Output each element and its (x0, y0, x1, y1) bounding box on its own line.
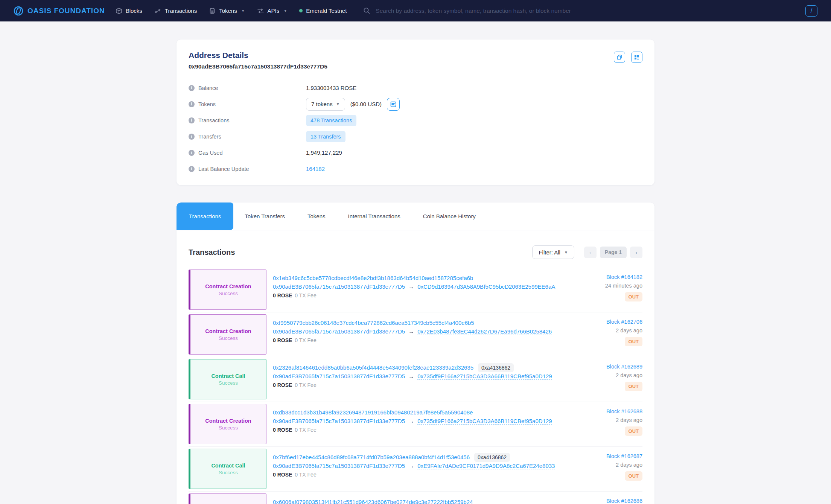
arrow-right-icon: → (408, 283, 414, 290)
tx-to-link[interactable]: 0x735df9F166a2715bCA3D3A66B119CBef95a0D1… (417, 418, 552, 425)
detail-label: Transfers (198, 134, 221, 140)
nav-label: Tokens (219, 8, 237, 14)
search-input[interactable] (376, 8, 800, 14)
tx-block-link[interactable]: Block #162687 (606, 453, 642, 462)
tx-hash-link[interactable]: 0x7bf6ed17ebe4454c86d89fc68a7714fd07b59a… (273, 454, 470, 460)
tx-hash-link[interactable]: 0x1eb349c6c5cbe5778cdbecdf46e8e2bdf3b186… (273, 275, 473, 281)
tx-direction-badge: OUT (625, 471, 642, 481)
tx-timestamp: 2 days ago (582, 462, 642, 471)
tx-timestamp: 2 days ago (582, 417, 642, 426)
tx-from-link[interactable]: 0x90adE3B7065fa715c7a150313877dF1d33e777… (273, 463, 405, 469)
info-icon[interactable]: i (189, 101, 195, 107)
top-navbar: OASIS FOUNDATION Blocks Transactions (0, 0, 831, 21)
tx-to-link[interactable]: 0x735df9F166a2715bCA3D3A66B119CBef95a0D1… (417, 373, 552, 380)
nav-label: Transactions (165, 8, 197, 14)
transaction-row: Contract Creation Success 0x1eb349c6c5cb… (189, 268, 642, 312)
tx-details: 0x1eb349c6c5cbe5778cdbecdf46e8e2bdf3b186… (273, 270, 576, 310)
tx-fee: 0 TX Fee (295, 427, 316, 433)
detail-label: Balance (198, 85, 218, 91)
tx-to-link[interactable]: 0xCD9d163947d3A58A9Bf5C95bcD2063E2599EE6… (417, 283, 555, 290)
nav-item-blocks[interactable]: Blocks (116, 8, 142, 14)
copy-address-button[interactable] (614, 52, 625, 63)
tx-method-tag: 0xa4136862 (478, 363, 514, 372)
tab-bar: Transactions Token Transfers Tokens Inte… (177, 203, 654, 230)
address-details-card: Address Details 0x90adE3B7065fa715c7a150… (177, 40, 654, 185)
tab-token-transfers[interactable]: Token Transfers (233, 203, 296, 230)
tx-hash-link[interactable]: 0x2326af8146461edd85a0bb6a505f4d4448e543… (273, 364, 473, 371)
tx-timestamp: 24 minutes ago (582, 283, 642, 291)
tokens-dropdown[interactable]: 7 tokens ▼ (306, 98, 345, 111)
tx-method-tag: 0xa4136862 (474, 453, 510, 462)
tx-timestamp: 2 days ago (582, 327, 642, 336)
tab-coin-balance-history[interactable]: Coin Balance History (412, 203, 487, 230)
transaction-row: Contract Creation Success 0xdb33dcc1d3b3… (189, 402, 642, 446)
detail-label: Tokens (198, 101, 216, 107)
tx-details: 0xdb33dcc1d3b31b498fa9232694871919166bfa… (273, 404, 576, 444)
search-icon (363, 7, 370, 14)
info-icon[interactable]: i (189, 85, 195, 91)
tx-from-link[interactable]: 0x90adE3B7065fa715c7a150313877dF1d33e777… (273, 418, 405, 424)
tx-to-link[interactable]: 0x72E03b487fe3EC44d2627D67Ea96d766B02584… (417, 328, 552, 335)
tx-to-link[interactable]: 0xE9FAfe7dADe9CF0171d9A9D9A8c2Ca67E24e80… (417, 463, 555, 469)
green-dot-icon (299, 9, 303, 12)
tx-direction-badge: OUT (625, 337, 642, 346)
tx-fee: 0 TX Fee (295, 337, 316, 343)
nav-item-network[interactable]: Emerald Testnet (299, 8, 347, 14)
tx-block-link[interactable]: Block #164182 (606, 274, 642, 283)
tx-block-link[interactable]: Block #162688 (606, 408, 642, 417)
filter-dropdown[interactable]: Filter: All ▼ (532, 245, 574, 259)
tx-block-link[interactable]: Block #162706 (606, 319, 642, 327)
tab-transactions[interactable]: Transactions (177, 203, 233, 230)
tx-type-label: Contract Creation (205, 418, 251, 424)
detail-label: Transactions (198, 117, 229, 123)
wallet-icon (390, 101, 397, 108)
transactions-list: Contract Creation Success 0x1eb349c6c5cb… (189, 268, 642, 504)
tx-fee: 0 TX Fee (295, 382, 316, 388)
coin-stack-icon (209, 8, 216, 14)
brand-logo-link[interactable]: OASIS FOUNDATION (14, 6, 105, 16)
tab-internal-transactions[interactable]: Internal Transactions (337, 203, 412, 230)
info-icon[interactable]: i (189, 117, 195, 123)
next-page-button[interactable]: › (630, 247, 642, 258)
tx-block-link[interactable]: Block #162689 (606, 364, 642, 372)
tx-status-badge: Contract Creation Success (189, 270, 266, 310)
pagination: ‹ Page 1 › (584, 247, 642, 258)
tx-hash-link[interactable]: 0xdb33dcc1d3b31b498fa9232694871919166bfa… (273, 409, 473, 416)
detail-label: Gas Used (198, 150, 222, 156)
tx-value: 0 ROSE (273, 427, 292, 433)
nav-item-apis[interactable]: APIs ▼ (257, 8, 288, 14)
tx-status-label: Success (219, 380, 238, 386)
info-icon[interactable]: i (189, 166, 195, 172)
tx-hash-link[interactable]: 0x6006af079803513f41fb21c551d96423d6067b… (273, 499, 473, 504)
tx-from-link[interactable]: 0x90adE3B7065fa715c7a150313877dF1d33e777… (273, 283, 405, 290)
detail-row-transfers: i Transfers 13 Transfers (189, 128, 642, 145)
transfers-count-badge[interactable]: 13 Transfers (306, 131, 345, 142)
tokens-usd-value: ($0.00 USD) (350, 101, 382, 107)
info-icon[interactable]: i (189, 150, 195, 156)
prev-page-button[interactable]: ‹ (584, 247, 597, 258)
tx-fee: 0 TX Fee (295, 472, 316, 478)
sliders-icon (257, 8, 264, 14)
tx-from-link[interactable]: 0x90adE3B7065fa715c7a150313877dF1d33e777… (273, 328, 405, 335)
info-icon[interactable]: i (189, 134, 195, 140)
nav-item-tokens[interactable]: Tokens ▼ (209, 8, 245, 14)
arrow-right-icon: → (408, 418, 414, 424)
chevron-down-icon: ▼ (241, 9, 245, 13)
nav-item-transactions[interactable]: Transactions (154, 8, 197, 14)
qr-code-button[interactable] (631, 52, 642, 63)
tx-status-label: Success (219, 335, 238, 341)
tx-type-label: Contract Creation (205, 328, 251, 334)
detail-row-balance: i Balance 1.933003433 ROSE (189, 80, 642, 96)
tx-from-link[interactable]: 0x90adE3B7065fa715c7a150313877dF1d33e777… (273, 373, 405, 379)
tx-hash-link[interactable]: 0xf9950779cbb26c06148e37cdc4bea772862cd6… (273, 320, 474, 326)
tab-tokens[interactable]: Tokens (296, 203, 337, 230)
detail-label: Last Balance Update (198, 166, 249, 172)
transactions-section: Transactions Filter: All ▼ ‹ Page 1 › Co… (177, 230, 654, 504)
last-balance-update-link[interactable]: 164182 (306, 166, 325, 172)
wallet-button[interactable] (387, 98, 400, 111)
tx-fee: 0 TX Fee (295, 292, 316, 298)
detail-row-tokens: i Tokens 7 tokens ▼ ($0.00 USD) (189, 96, 642, 112)
transactions-count-badge[interactable]: 478 Transactions (306, 115, 356, 126)
tx-block-link[interactable]: Block #162686 (606, 498, 642, 504)
tx-status-badge: Contract Creation Success (189, 314, 266, 355)
